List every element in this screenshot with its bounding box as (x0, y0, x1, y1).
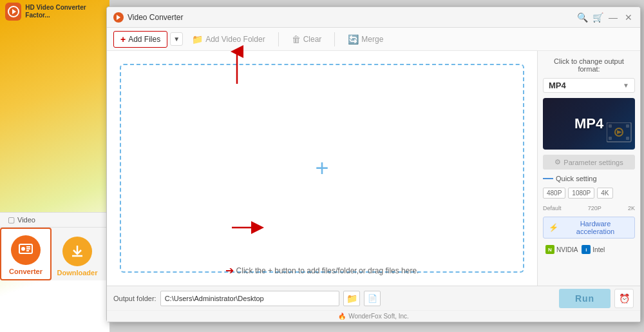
svg-rect-11 (609, 124, 612, 128)
sidebar-video-label: ▢ Video (0, 213, 109, 228)
drop-hint: ➔ Click the + button to add files/folder… (225, 264, 419, 277)
quality-720p-label: 720P (588, 205, 601, 211)
intel-badge: i Intel (582, 245, 605, 254)
quality-480p[interactable]: 480P (543, 188, 565, 199)
svg-marker-16 (617, 130, 622, 134)
watermark-icon: 🔥 (338, 313, 346, 320)
extra-icon: 📄 (368, 294, 377, 303)
quality-default-label: Default (543, 205, 562, 211)
merge-button[interactable]: 🔄 Merge (341, 32, 390, 47)
downloader-icon (62, 237, 92, 266)
watermark-text: WonderFox Soft, Inc. (348, 313, 409, 320)
quality-labels: Default 720P 2K (543, 205, 635, 211)
window-title: Video Converter (128, 13, 184, 22)
output-path-input[interactable] (160, 291, 340, 306)
content-area: + ➔ Click the + button to add files/fold… (107, 51, 640, 286)
intel-icon: i (582, 245, 591, 254)
format-name: MP4 (549, 81, 566, 90)
alarm-icon: ⏰ (619, 293, 630, 304)
app-logo (5, 3, 21, 21)
format-dropdown-arrow: ▼ (623, 82, 629, 89)
format-selector[interactable]: MP4 ▼ (543, 78, 635, 93)
merge-label: Merge (361, 35, 383, 44)
merge-icon: 🔄 (348, 34, 359, 44)
clear-button[interactable]: 🗑 Clear (285, 32, 328, 47)
downloader-label: Downloader (57, 269, 98, 277)
clear-icon: 🗑 (292, 34, 301, 44)
svg-rect-14 (626, 137, 629, 140)
converter-label: Converter (9, 268, 43, 275)
intel-label: Intel (592, 246, 605, 253)
title-controls: 🔍 🛒 — ✕ (577, 12, 634, 23)
hardware-accel-button[interactable]: ⚡ Hardware acceleration (543, 217, 635, 239)
format-preview[interactable]: MP4 (543, 98, 635, 150)
drop-zone[interactable]: + (120, 64, 524, 273)
run-button[interactable]: Run (559, 289, 611, 308)
drop-hint-arrow: ➔ (225, 264, 234, 277)
file-list-area: + ➔ Click the + button to add files/fold… (107, 51, 537, 286)
quick-setting-label: Quick setting (543, 175, 635, 182)
search-title-btn[interactable]: 🔍 (577, 12, 587, 23)
quality-4k[interactable]: 4K (597, 188, 612, 199)
svg-marker-9 (117, 15, 120, 20)
minimize-btn[interactable]: — (608, 12, 618, 23)
toolbar-separator-1 (278, 32, 279, 46)
watermark-footer: 🔥 WonderFox Soft, Inc. (107, 310, 640, 322)
plus-icon: + (120, 34, 126, 44)
cart-title-btn[interactable]: 🛒 (592, 12, 603, 23)
svg-rect-13 (626, 124, 629, 128)
bottom-bar: Output folder: 📁 📄 Run ⏰ (107, 286, 640, 310)
svg-marker-1 (12, 9, 16, 14)
format-preview-text: MP4 (574, 115, 603, 132)
drop-zone-plus-icon: + (315, 157, 328, 180)
param-settings-icon: ⚙ (554, 158, 561, 166)
folder-icon: 📁 (192, 34, 203, 44)
sidebar-converter-btn[interactable]: Converter (0, 228, 52, 280)
hw-accel-icon: ⚡ (549, 223, 558, 232)
app-title-text: HD Video Converter Factor... (25, 4, 104, 19)
extra-action-button[interactable]: 📄 (364, 291, 381, 306)
add-files-dropdown[interactable]: ▼ (170, 32, 183, 46)
toolbar-separator-2 (334, 32, 335, 46)
svg-rect-12 (609, 137, 612, 140)
close-btn[interactable]: ✕ (623, 12, 634, 23)
nvidia-label: NVIDIA (556, 246, 578, 253)
main-window: Video Converter 🔍 🛒 — ✕ + Add Files ▼ 📁 … (106, 6, 641, 322)
browse-folder-button[interactable]: 📁 (343, 291, 360, 306)
add-video-folder-button[interactable]: 📁 Add Video Folder (185, 32, 272, 47)
nvidia-icon: N (545, 245, 554, 254)
add-video-folder-label: Add Video Folder (205, 35, 265, 44)
converter-icon (11, 235, 41, 265)
format-label: Click to change output format: (543, 57, 635, 73)
param-settings-label: Parameter settings (564, 159, 623, 166)
nvidia-badge: N NVIDIA (545, 245, 578, 254)
app-title-bar: HD Video Converter Factor... (0, 0, 109, 23)
app-sidebar: HD Video Converter Factor... ▢ Video Con… (0, 0, 109, 332)
param-settings-button[interactable]: ⚙ Parameter settings (543, 155, 635, 170)
title-bar-left: Video Converter (113, 12, 184, 23)
alarm-button[interactable]: ⏰ (614, 289, 634, 308)
chip-badges-row: N NVIDIA i Intel (543, 244, 635, 255)
toolbar: + Add Files ▼ 📁 Add Video Folder 🗑 Clear… (107, 28, 640, 51)
add-files-label: Add Files (128, 35, 160, 44)
hw-accel-label: Hardware acceleration (562, 220, 629, 235)
app-icon (113, 12, 124, 23)
right-panel: Click to change output format: MP4 ▼ MP4 (537, 51, 640, 286)
title-bar: Video Converter 🔍 🛒 — ✕ (107, 7, 640, 28)
sidebar-downloader-btn[interactable]: Downloader (52, 230, 103, 280)
quality-1080p[interactable]: 1080P (568, 188, 594, 199)
folder-browse-icon: 📁 (346, 293, 357, 304)
clear-label: Clear (303, 35, 322, 44)
quality-options: 480P 1080P 4K (543, 188, 635, 199)
drop-hint-text: Click the + button to add files/folder,o… (236, 266, 419, 275)
quality-2k-label: 2K (628, 205, 635, 211)
svg-point-3 (21, 247, 25, 251)
output-folder-label: Output folder: (113, 295, 156, 302)
add-files-button[interactable]: + Add Files (113, 31, 167, 48)
